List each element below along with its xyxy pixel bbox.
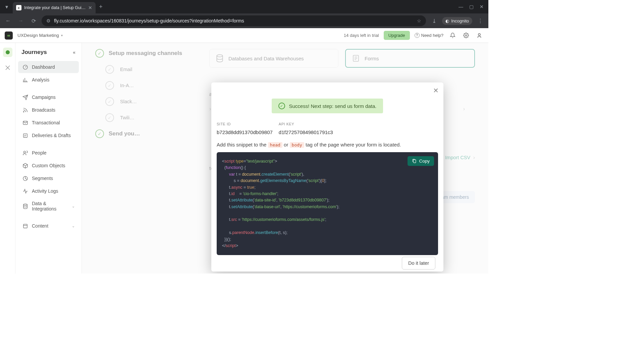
incognito-label: Incognito (451, 18, 469, 23)
sidebar-item-label: Segments (32, 176, 53, 181)
svg-point-7 (23, 151, 25, 153)
sidebar-item-segments[interactable]: Segments (18, 172, 79, 184)
body-tag-pill: body (290, 142, 304, 148)
sidebar-item-label: Activity Logs (32, 188, 58, 194)
do-it-later-button[interactable]: Do it later (402, 257, 435, 269)
browser-tab[interactable]: c Integrate your data | Setup Gui… ✕ (13, 2, 96, 13)
code-content[interactable]: <script type="text/javascript"> (functio… (222, 158, 433, 249)
maximize-icon[interactable]: ▢ (469, 4, 474, 9)
sidebar-item-label: Transactional (32, 120, 60, 125)
svg-point-1 (478, 34, 480, 36)
sidebar-item-custom-objects[interactable]: Custom Objects (18, 160, 79, 172)
rail-other-icon[interactable] (3, 63, 12, 72)
app-logo[interactable]: ∞ (5, 32, 13, 40)
profile-icon[interactable] (475, 31, 484, 40)
window-close-icon[interactable]: ✕ (480, 4, 484, 9)
snippet-description: Add this snippet to the head or body tag… (217, 142, 438, 147)
sidebar-item-analysis[interactable]: Analysis (18, 74, 79, 86)
browser-toolbar: ← → ⟳ ⚙ fly.customer.io/workspaces/16083… (0, 13, 488, 28)
bookmark-icon[interactable]: ☆ (417, 18, 421, 23)
workspace-switcher[interactable]: UXDesign Marketing ▾ (17, 33, 63, 38)
trial-status: 14 days left in trial (344, 33, 379, 38)
api-key-label: API KEY (279, 122, 333, 126)
broadcast-icon (22, 107, 28, 113)
main-content: ✓Setup messaging channels ✓Email ✓In-A… … (82, 43, 488, 274)
sidebar-title: Journeys « (21, 49, 75, 56)
sidebar-item-label: People (32, 150, 47, 156)
chevron-down-icon: ⌄ (72, 204, 75, 208)
url-text: fly.customer.io/workspaces/160831/journe… (54, 18, 414, 23)
svg-rect-13 (414, 160, 416, 163)
sidebar-item-campaigns[interactable]: Campaigns (18, 91, 79, 103)
notifications-icon[interactable] (448, 31, 457, 40)
downloads-icon[interactable]: ⤓ (429, 16, 439, 25)
sidebar-item-label: Content (32, 223, 48, 229)
api-key-value: d1f272570849801791c3 (279, 129, 333, 135)
segments-icon (22, 175, 28, 181)
drafts-icon (22, 132, 28, 138)
product-rail (0, 43, 15, 274)
chevron-down-icon: ▾ (61, 34, 63, 37)
sidebar-item-label: Broadcasts (32, 107, 55, 113)
content-icon (22, 223, 28, 229)
sidebar-item-broadcasts[interactable]: Broadcasts (18, 104, 79, 116)
reload-button[interactable]: ⟳ (29, 16, 38, 25)
incognito-icon: ◐ (445, 18, 449, 23)
mail-icon (22, 120, 28, 126)
sidebar-item-label: Analysis (32, 77, 49, 82)
back-button[interactable]: ← (3, 16, 13, 25)
upgrade-button[interactable]: Upgrade (384, 31, 410, 40)
head-tag-pill: head (268, 142, 282, 148)
cube-icon (22, 163, 28, 169)
browser-tab-strip: ▾ c Integrate your data | Setup Gui… ✕ +… (0, 0, 488, 13)
success-text: Success! Next step: send us form data. (289, 103, 377, 109)
svg-rect-6 (23, 133, 27, 137)
browser-menu-icon[interactable]: ⋮ (476, 16, 485, 25)
sidebar-item-label: Deliveries & Drafts (32, 133, 71, 138)
copy-label: Copy (419, 159, 430, 164)
sidebar-item-label: Data & Integrations (32, 201, 68, 212)
copy-button[interactable]: Copy (408, 156, 434, 166)
gauge-icon (22, 64, 28, 70)
incognito-badge[interactable]: ◐ Incognito (442, 17, 472, 25)
sidebar-item-label: Custom Objects (32, 163, 65, 168)
site-id-value: b723d8dd91370db09807 (217, 129, 273, 135)
clipboard-icon (412, 159, 417, 164)
sidebar-item-dashboard[interactable]: Dashboard (18, 61, 79, 73)
success-banner: ✓ Success! Next step: send us form data. (272, 99, 383, 113)
new-tab-button[interactable]: + (99, 3, 103, 10)
sidebar-item-data-integrations[interactable]: Data & Integrations ⌄ (18, 198, 79, 215)
svg-point-0 (465, 35, 467, 36)
sidebar-item-label: Dashboard (32, 64, 55, 70)
chart-icon (22, 77, 28, 83)
check-icon: ✓ (278, 103, 285, 109)
help-label: Need help? (421, 33, 444, 38)
rail-journeys-icon[interactable] (3, 48, 12, 57)
address-bar[interactable]: ⚙ fly.customer.io/workspaces/160831/jour… (42, 15, 426, 26)
app-header: ∞ UXDesign Marketing ▾ 14 days left in t… (0, 28, 488, 43)
sidebar-collapse-icon[interactable]: « (73, 50, 75, 55)
tabs-dropdown[interactable]: ▾ (3, 3, 11, 11)
activity-icon (22, 188, 28, 194)
sidebar-item-deliveries[interactable]: Deliveries & Drafts (18, 129, 79, 141)
people-icon (22, 150, 28, 156)
code-snippet-box: Copy <script type="text/javascript"> (fu… (217, 152, 438, 255)
forward-button[interactable]: → (16, 16, 25, 25)
send-icon (22, 94, 28, 100)
tab-close-icon[interactable]: ✕ (88, 5, 92, 10)
svg-point-9 (23, 204, 27, 205)
tab-title: Integrate your data | Setup Gui… (24, 5, 86, 10)
site-id-label: SITE ID (217, 122, 273, 126)
svg-rect-10 (23, 224, 27, 228)
sidebar-item-activity-logs[interactable]: Activity Logs (18, 185, 79, 197)
chevron-down-icon: ⌄ (72, 224, 75, 228)
site-settings-icon[interactable]: ⚙ (46, 18, 51, 23)
settings-icon[interactable] (462, 31, 470, 40)
sidebar-item-content[interactable]: Content ⌄ (18, 220, 79, 232)
minimize-icon[interactable]: — (459, 4, 463, 9)
help-link[interactable]: ? Need help? (415, 33, 444, 38)
sidebar-item-transactional[interactable]: Transactional (18, 117, 79, 129)
workspace-name: UXDesign Marketing (17, 33, 59, 38)
sidebar-item-people[interactable]: People (18, 147, 79, 159)
database-icon (22, 203, 28, 209)
